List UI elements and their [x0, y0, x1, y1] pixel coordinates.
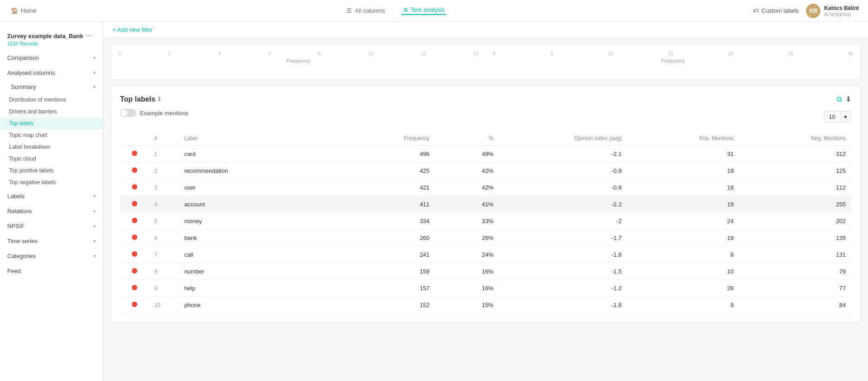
nps-section-header[interactable]: NPS® ▾ — [0, 219, 103, 233]
row-neg-mentions: 112 — [739, 179, 851, 196]
time-series-section-header[interactable]: Time series ▾ — [0, 234, 103, 248]
sidebar-item-label-breakdown[interactable]: Label breakdown — [0, 141, 103, 153]
row-label[interactable]: recommendation ··· — [179, 162, 339, 179]
toggle-switch[interactable] — [120, 109, 136, 117]
comparison-section-header[interactable]: Comparison ▾ — [0, 51, 103, 65]
chevron-down-icon: ▾ — [93, 55, 96, 60]
chevron-down-icon-time-series: ▾ — [93, 239, 96, 244]
top-labels-panel: Top labels ℹ ⧉ ⬇ Example mentions 10 — [111, 85, 861, 323]
categories-section-header[interactable]: Categories ▾ — [0, 249, 103, 263]
text-analysis-icon: ⊕ — [403, 6, 408, 13]
text-analysis-label: Text analysis — [411, 6, 444, 13]
count-selector[interactable]: 10 ▾ — [824, 111, 851, 122]
row-rank: 4 — [149, 196, 179, 213]
row-neg-mentions: 79 — [739, 263, 851, 280]
sidebar-item-top-labels[interactable]: Top labels — [0, 117, 103, 129]
download-icon[interactable]: ⬇ — [845, 95, 851, 103]
all-columns-nav-item[interactable]: ☰ All columns — [345, 7, 386, 14]
row-label[interactable]: card ··· — [179, 146, 339, 162]
add-filter-button[interactable]: + Add new filter — [112, 26, 153, 33]
row-frequency: 425 — [339, 162, 435, 179]
all-columns-label: All columns — [355, 7, 385, 14]
row-percent: 24% — [435, 246, 499, 263]
nav-left: 🏠 Home — [9, 7, 39, 14]
example-mentions-label: Example mentions — [140, 110, 188, 117]
table-row: 1 card ··· 496 49% -2.1 31 312 — [120, 146, 851, 162]
dot-red — [132, 268, 137, 274]
chart-left: 0 2 4 6 8 10 12 14 Frequency — [118, 51, 478, 64]
row-rank: 2 — [149, 162, 179, 179]
row-label[interactable]: user ··· — [179, 179, 339, 196]
table-row: 2 recommendation ··· 425 42% -0.9 19 125 — [120, 162, 851, 179]
row-percent: 15% — [435, 297, 499, 313]
sidebar-item-drivers-and-barriers[interactable]: Drivers and barriers — [0, 106, 103, 117]
row-rank: 3 — [149, 179, 179, 196]
sidebar: Zurvey example data_Bank ··· 1010 Record… — [0, 22, 103, 381]
charts-area: 0 2 4 6 8 10 12 14 Frequency 0 5 — [111, 44, 861, 80]
row-neg-mentions: 255 — [739, 196, 851, 213]
sidebar-item-topic-map-chart[interactable]: Topic map chart — [0, 129, 103, 141]
chart-left-ticks: 0 2 4 6 8 10 12 14 — [118, 51, 478, 56]
filter-bar: + Add new filter — [103, 22, 868, 38]
project-menu-button[interactable]: ··· — [86, 32, 92, 40]
chevron-down-icon-nps: ▾ — [93, 224, 96, 229]
sidebar-item-distribution-of-mentions[interactable]: Distribution of mentions — [0, 94, 103, 106]
summary-items: Distribution of mentionsDrivers and barr… — [0, 94, 103, 188]
user-group: AI testgroup — [824, 11, 859, 17]
copy-icon[interactable]: ⧉ — [837, 95, 842, 103]
info-icon[interactable]: ℹ — [158, 96, 160, 103]
row-frequency: 159 — [339, 263, 435, 280]
summary-section-header[interactable]: Summary ▾ — [0, 80, 103, 94]
row-frequency: 334 — [339, 213, 435, 230]
add-filter-label: + Add new filter — [112, 26, 153, 33]
home-icon: 🏠 — [11, 7, 18, 14]
feed-nav-item[interactable]: Feed — [0, 264, 103, 278]
chevron-up-icon-summary: ▾ — [93, 84, 96, 89]
sidebar-item-top-positive-labels[interactable]: Top positive labels — [0, 165, 103, 176]
row-opinion-index: -1.2 — [499, 280, 627, 297]
row-rank: 9 — [149, 280, 179, 297]
top-labels-table: # Label Frequency % Opinion Index (avg) — [120, 132, 851, 313]
row-neg-mentions: 312 — [739, 146, 851, 162]
sidebar-item-top-negative-labels[interactable]: Top negative labels — [0, 176, 103, 188]
row-frequency: 260 — [339, 230, 435, 246]
tag-icon: 🏷 — [753, 7, 759, 14]
row-opinion-index: -2 — [499, 213, 627, 230]
row-label[interactable]: help ··· — [179, 280, 339, 297]
dot-red — [132, 201, 137, 206]
analysed-columns-section-header[interactable]: Analysed columns ▾ — [0, 66, 103, 80]
row-label[interactable]: bank ··· — [179, 230, 339, 246]
dot-red — [132, 167, 137, 173]
row-percent: 49% — [435, 146, 499, 162]
row-label[interactable]: money ··· — [179, 213, 339, 230]
chevron-down-icon-relations: ▾ — [93, 209, 96, 214]
custom-labels-button[interactable]: 🏷 Custom labels — [753, 7, 799, 14]
row-pos-mentions: 8 — [627, 246, 739, 263]
row-rank: 1 — [149, 146, 179, 162]
home-label: Home — [21, 7, 37, 14]
sidebar-item-topic-cloud[interactable]: Topic cloud — [0, 153, 103, 165]
row-label[interactable]: account ··· — [179, 196, 339, 213]
row-opinion-index: -0.8 — [499, 179, 627, 196]
table-row: 9 help ··· 157 16% -1.2 28 77 — [120, 280, 851, 297]
row-label[interactable]: phone ··· — [179, 297, 339, 313]
user-info: KB Katócs Bálint AI testgroup — [806, 4, 859, 18]
th-label: Label — [179, 132, 339, 146]
row-opinion-index: -2.1 — [499, 146, 627, 162]
row-neg-mentions: 84 — [739, 297, 851, 313]
chart-right: 0 5 10 15 20 25 30 Frequency — [493, 51, 853, 64]
relations-section-header[interactable]: Relations ▾ — [0, 204, 103, 218]
row-percent: 16% — [435, 263, 499, 280]
table-row: 6 bank ··· 260 26% -1.7 18 135 — [120, 230, 851, 246]
dot-red — [132, 285, 137, 290]
labels-section-header[interactable]: Labels ▾ — [0, 189, 103, 203]
text-analysis-nav-item[interactable]: ⊕ Text analysis — [401, 6, 446, 15]
row-percent: 33% — [435, 213, 499, 230]
row-label[interactable]: number ··· — [179, 263, 339, 280]
th-hash: # — [149, 132, 179, 146]
row-opinion-index: -1.7 — [499, 230, 627, 246]
row-neg-mentions: 77 — [739, 280, 851, 297]
home-nav-item[interactable]: 🏠 Home — [9, 7, 39, 14]
row-label[interactable]: call ··· — [179, 246, 339, 263]
main-layout: Zurvey example data_Bank ··· 1010 Record… — [0, 22, 868, 381]
